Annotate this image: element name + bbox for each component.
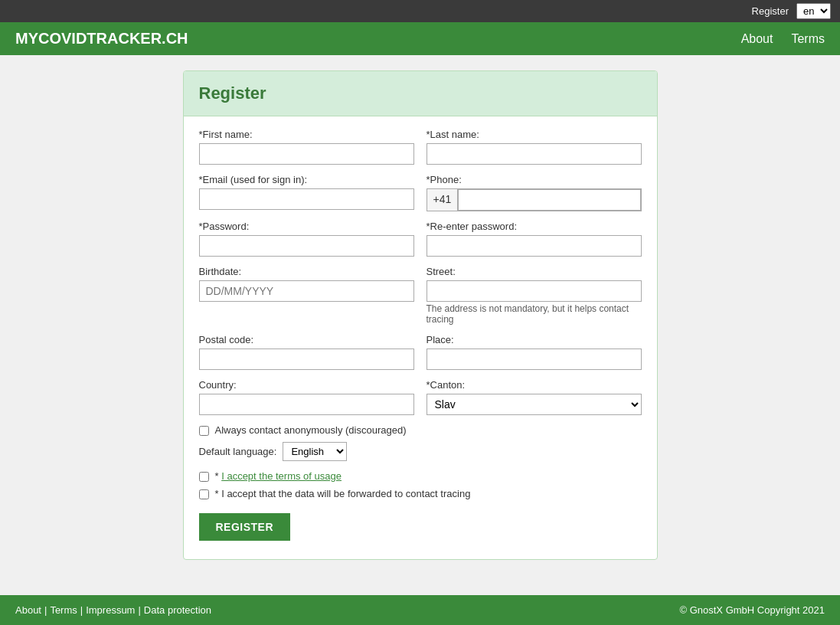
language-selector[interactable]: en de fr it <box>796 3 831 19</box>
postal-code-input[interactable] <box>199 348 414 370</box>
default-language-label: Default language: <box>199 446 277 457</box>
footer-sep-2: | <box>80 604 83 616</box>
place-input[interactable] <box>427 348 642 370</box>
terms-checkbox-row: * I accept the terms of usage <box>199 470 642 482</box>
phone-input-wrapper: +41 <box>427 188 642 211</box>
register-title: Register <box>199 83 642 103</box>
email-input[interactable] <box>199 188 414 210</box>
email-group: *Email (used for sign in): <box>199 174 414 211</box>
anonymous-checkbox-row: Always contact anonymously (discouraged) <box>199 424 642 436</box>
birthdate-input[interactable] <box>199 280 414 302</box>
register-card-header: Register <box>184 71 657 116</box>
first-name-group: *First name: <box>199 129 414 165</box>
register-topbar-label: Register <box>752 5 789 17</box>
reenter-password-group: *Re-enter password: <box>427 221 642 257</box>
canton-label: *Canton: <box>427 379 642 391</box>
first-name-input[interactable] <box>199 143 414 165</box>
address-hint: The address is not mandatory, but it hel… <box>427 303 642 325</box>
footer-copyright: © GnostX GmbH Copyright 2021 <box>680 604 825 616</box>
register-button[interactable]: REGISTER <box>199 513 291 541</box>
postal-place-row: Postal code: Place: <box>199 334 642 370</box>
data-forward-label: * I accept that the data will be forward… <box>215 488 471 499</box>
footer-about-link[interactable]: About <box>15 604 41 616</box>
anonymous-checkbox[interactable] <box>199 426 209 436</box>
street-label: Street: <box>427 266 642 277</box>
footer-sep-1: | <box>44 604 47 616</box>
email-phone-row: *Email (used for sign in): *Phone: +41 <box>199 174 642 211</box>
password-group: *Password: <box>199 221 414 257</box>
last-name-input[interactable] <box>427 143 642 165</box>
reenter-password-input[interactable] <box>427 235 642 257</box>
last-name-label: *Last name: <box>427 129 642 140</box>
terms-label: * I accept the terms of usage <box>215 470 342 482</box>
footer-impressum-link[interactable]: Impressum <box>86 604 135 616</box>
canton-select[interactable]: Slav AG AR AI BL BS BE FR GE GL GR JU <box>427 394 642 415</box>
name-row: *First name: *Last name: <box>199 129 642 165</box>
main-content: Register *First name: *Last name: <box>0 55 840 575</box>
phone-label: *Phone: <box>427 174 642 185</box>
terms-nav-link[interactable]: Terms <box>791 32 825 46</box>
terms-checkbox[interactable] <box>199 472 209 482</box>
nav-links: About Terms <box>741 32 825 46</box>
footer-sep-3: | <box>138 604 140 616</box>
country-input[interactable] <box>199 394 414 415</box>
footer: About | Terms | Impressum | Data protect… <box>0 595 840 625</box>
street-group: Street: The address is not mandatory, bu… <box>427 266 642 325</box>
about-nav-link[interactable]: About <box>741 32 773 46</box>
footer-links: About | Terms | Impressum | Data protect… <box>15 604 211 616</box>
language-row: Default language: English Deutsch França… <box>199 442 642 461</box>
terms-link[interactable]: I accept the terms of usage <box>221 470 342 482</box>
terms-prefix: * <box>215 470 222 482</box>
register-card: Register *First name: *Last name: <box>183 70 658 560</box>
country-group: Country: <box>199 379 414 415</box>
footer-terms-link[interactable]: Terms <box>50 604 77 616</box>
register-card-body: *First name: *Last name: *Email (used fo… <box>184 116 657 559</box>
birthdate-group: Birthdate: <box>199 266 414 325</box>
anonymous-label: Always contact anonymously (discouraged) <box>215 424 407 436</box>
password-label: *Password: <box>199 221 414 232</box>
email-label: *Email (used for sign in): <box>199 174 414 185</box>
country-label: Country: <box>199 379 414 391</box>
navbar: MYCOVIDTRACKER.CH About Terms <box>0 22 840 55</box>
last-name-group: *Last name: <box>427 129 642 165</box>
first-name-label: *First name: <box>199 129 414 140</box>
postal-code-label: Postal code: <box>199 334 414 345</box>
country-canton-row: Country: *Canton: Slav AG AR AI BL BS BE <box>199 379 642 415</box>
street-input[interactable] <box>427 280 642 302</box>
birthdate-street-row: Birthdate: Street: The address is not ma… <box>199 266 642 325</box>
phone-group: *Phone: +41 <box>427 174 642 211</box>
reenter-password-label: *Re-enter password: <box>427 221 642 232</box>
phone-prefix: +41 <box>427 189 459 211</box>
place-group: Place: <box>427 334 642 370</box>
place-label: Place: <box>427 334 642 345</box>
password-input[interactable] <box>199 235 414 257</box>
brand-link[interactable]: MYCOVIDTRACKER.CH <box>15 30 188 47</box>
canton-group: *Canton: Slav AG AR AI BL BS BE FR GE GL <box>427 379 642 415</box>
postal-code-group: Postal code: <box>199 334 414 370</box>
footer-data-protection-link[interactable]: Data protection <box>144 604 211 616</box>
default-language-select[interactable]: English Deutsch Français Italiano <box>283 442 347 461</box>
password-row: *Password: *Re-enter password: <box>199 221 642 257</box>
top-bar: Register en de fr it <box>0 0 840 22</box>
data-forward-checkbox[interactable] <box>199 489 209 499</box>
birthdate-label: Birthdate: <box>199 266 414 277</box>
phone-input[interactable] <box>458 189 640 211</box>
data-forward-checkbox-row: * I accept that the data will be forward… <box>199 488 642 499</box>
